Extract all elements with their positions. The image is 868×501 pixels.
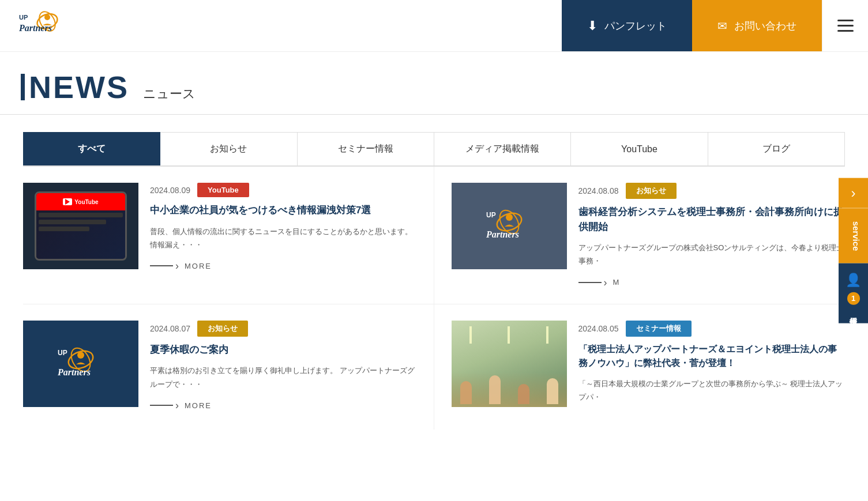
news-card-3-date: 2024.08.07 (150, 324, 190, 333)
up-partners-logo[interactable]: UP Partners (17, 7, 98, 44)
mail-icon: ✉ (717, 19, 727, 33)
news-card-1-excerpt: 普段、個人情報の流出に関するニュースを目にすることがあるかと思います。 情報漏え… (150, 225, 416, 252)
news-card-2-meta: 2024.08.08 お知らせ (578, 183, 846, 199)
news-card-2: UP Partners 2024.08.08 お知らせ 歯科経営分析システムを税… (434, 167, 846, 304)
news-card-2-image[interactable]: UP Partners (452, 183, 567, 269)
service-chevron-button[interactable]: › (839, 178, 868, 208)
svg-point-12 (77, 352, 84, 359)
news-card-3-content: 2024.08.07 お知らせ 夏季休暇のご案内 平素は格別のお引き立てを賜り厚… (150, 321, 416, 410)
person-icon: 👤 (846, 273, 861, 288)
news-card-3-image[interactable]: UP Partners (23, 321, 138, 407)
svg-point-7 (506, 214, 513, 221)
news-card-2-more[interactable]: › M (578, 277, 846, 288)
news-card-4-date: 2024.08.05 (578, 324, 619, 333)
tab-youtube[interactable]: YouTube (571, 132, 708, 165)
hamburger-line-2 (837, 25, 854, 27)
svg-text:Partners: Partners (57, 367, 91, 377)
news-card-3-excerpt: 平素は格別のお引き立てを賜り厚く御礼申し上げます。 アップパートナーズグループで… (150, 364, 416, 391)
news-card-4-image[interactable] (452, 321, 567, 407)
news-card-1-title[interactable]: 中小企業の社員が気をつけるべき情報漏洩対策7選 (150, 203, 416, 218)
svg-text:Partners: Partners (18, 23, 52, 33)
svg-text:Partners: Partners (486, 229, 519, 239)
news-card-2-excerpt: アップパートナーズグループの株式会社SOンサルティングは、今春より税理士事務・ (578, 241, 846, 268)
recruitment-button[interactable]: 採用情報 (848, 310, 859, 314)
title-divider (0, 114, 868, 115)
news-card-3-title[interactable]: 夏季休暇のご案内 (150, 342, 416, 357)
site-header: UP Partners ⬇ パンフレット ✉ お問い合わせ (0, 0, 868, 52)
news-card-1-meta: 2024.08.09 YouTube (150, 183, 416, 197)
hamburger-line-3 (837, 30, 854, 32)
news-card-1-content: 2024.08.09 YouTube 中小企業の社員が気をつけるべき情報漏洩対策… (150, 183, 416, 271)
svg-text:UP: UP (58, 349, 67, 357)
svg-text:UP: UP (19, 14, 28, 21)
news-card-2-content: 2024.08.08 お知らせ 歯科経営分析システムを税理士事務所・会計事務所向… (578, 183, 846, 288)
news-card-2-date: 2024.08.08 (578, 186, 619, 195)
news-card-3-meta: 2024.08.07 お知らせ (150, 321, 416, 337)
news-card-4-meta: 2024.08.05 セミナー情報 (578, 321, 846, 337)
badge-number: 1 (847, 292, 860, 305)
download-icon: ⬇ (587, 18, 598, 33)
news-card-3-more[interactable]: › MORE (150, 400, 416, 410)
more-arrow-line-3 (150, 405, 173, 406)
news-card-2-title[interactable]: 歯科経営分析システムを税理士事務所・会計事務所向けに提供開始 (578, 205, 846, 234)
logo-area: UP Partners (0, 0, 562, 51)
tab-notice[interactable]: お知らせ (160, 132, 297, 165)
news-card-4-excerpt: 「～西日本最大規模の士業グループと次世の事務所から学ぶ～ 税理士法人アップパ・ (578, 377, 846, 404)
tab-media[interactable]: メディア掲載情報 (434, 132, 571, 165)
svg-point-2 (44, 14, 50, 20)
service-sidebar: › service 👤 1 採用情報 (839, 178, 868, 323)
recruitment-section: 👤 1 採用情報 (839, 263, 868, 323)
news-card-1-badge: YouTube (197, 183, 249, 197)
news-card-4: 2024.08.05 セミナー情報 「税理士法人アップパートナーズ＆エヨイント税… (434, 304, 846, 430)
news-card-4-title[interactable]: 「税理士法人アップパートナーズ＆エヨイント税理士法人の事務ノウハウ」に弊社代表・… (578, 342, 846, 370)
more-arrow-line-2 (578, 282, 602, 283)
news-card-4-badge: セミナー情報 (626, 321, 692, 337)
more-arrow-line-1 (150, 265, 173, 266)
contact-label: お問い合わせ (734, 19, 796, 33)
news-card-4-content: 2024.08.05 セミナー情報 「税理士法人アップパートナーズ＆エヨイント税… (578, 321, 846, 413)
service-button[interactable]: service (839, 208, 868, 263)
page-title-section: NEWS ニュース (0, 52, 868, 111)
news-card-2-badge: お知らせ (626, 183, 677, 199)
more-label-1: MORE (185, 262, 212, 270)
news-card-3: UP Partners 2024.08.07 お知らせ 夏季休暇のご案内 平素は… (23, 304, 434, 430)
more-label-3: MORE (185, 401, 212, 410)
news-card-1-date: 2024.08.09 (150, 186, 190, 195)
more-arrow-head-3: › (175, 400, 179, 410)
news-grid: YouTube 2024.08.09 YouTube 中小企業の社員が気をつける… (0, 167, 868, 430)
more-arrow-head-1: › (175, 261, 179, 271)
more-arrow-head-2: › (604, 277, 607, 288)
news-card-3-badge: お知らせ (197, 321, 248, 337)
news-card-1: YouTube 2024.08.09 YouTube 中小企業の社員が気をつける… (23, 167, 434, 304)
page-title-ja: ニュース (143, 85, 196, 103)
tab-seminar[interactable]: セミナー情報 (298, 132, 434, 165)
news-card-1-image[interactable]: YouTube (23, 183, 138, 269)
pamphlet-label: パンフレット (604, 19, 667, 33)
category-tabs: すべて お知らせ セミナー情報 メディア掲載情報 YouTube ブログ (23, 132, 845, 167)
hamburger-menu-button[interactable] (822, 0, 868, 51)
header-actions: ⬇ パンフレット ✉ お問い合わせ (562, 0, 868, 51)
tab-all[interactable]: すべて (23, 132, 160, 165)
pamphlet-button[interactable]: ⬇ パンフレット (562, 0, 692, 51)
title-accent-bar (21, 74, 25, 100)
service-label: service (851, 221, 861, 251)
page-title-en: NEWS (29, 69, 129, 105)
tab-blog[interactable]: ブログ (708, 132, 845, 165)
contact-button[interactable]: ✉ お問い合わせ (692, 0, 822, 51)
more-label-2: M (613, 278, 621, 287)
svg-text:UP: UP (486, 211, 496, 219)
news-card-1-more[interactable]: › MORE (150, 261, 416, 271)
hamburger-line-1 (837, 20, 854, 21)
